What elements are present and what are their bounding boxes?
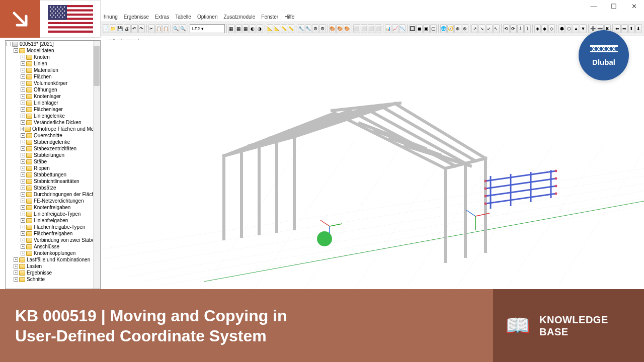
- tree-item[interactable]: −Modelldaten: [6, 47, 100, 54]
- tree-item[interactable]: +Knotenfreigaben: [6, 204, 100, 211]
- tree-item[interactable]: +Lastfälle und Kombinationen: [6, 256, 100, 263]
- tree-item[interactable]: +Flächen: [6, 73, 100, 80]
- tree-item[interactable]: +Knotenkopplungen: [6, 250, 100, 256]
- toolbar-button[interactable]: ⬢: [558, 24, 565, 33]
- toolbar-button[interactable]: ▲: [573, 24, 579, 33]
- tree-item[interactable]: +Flächenfreigabe-Typen: [6, 224, 100, 230]
- toolbar-button[interactable]: 📈: [392, 24, 398, 33]
- tree-item[interactable]: +Orthotrope Flächen und Membran: [6, 126, 100, 132]
- tree-item[interactable]: +Linienlager: [6, 100, 100, 106]
- toolbar-button[interactable]: 🌐: [440, 24, 447, 33]
- toolbar-button[interactable]: ↷: [138, 24, 145, 33]
- toolbar-button[interactable]: 📋: [163, 24, 169, 33]
- toolbar-button[interactable]: ⬡: [566, 24, 572, 33]
- toolbar-button[interactable]: ⚙: [319, 24, 326, 33]
- toolbar-button[interactable]: ↗: [471, 24, 478, 33]
- toolbar-button[interactable]: 📏: [288, 24, 294, 33]
- toolbar-button[interactable]: 📄: [103, 24, 109, 33]
- toolbar-button[interactable]: ↙: [486, 24, 493, 33]
- toolbar-button[interactable]: ▼: [580, 24, 586, 33]
- minimize-button[interactable]: —: [584, 0, 604, 12]
- tree-scrollbar[interactable]: [93, 41, 100, 289]
- toolbar-button[interactable]: ▦: [235, 24, 242, 33]
- toolbar-button[interactable]: ➡: [621, 24, 628, 33]
- toolbar-button[interactable]: 📏: [281, 24, 287, 33]
- menu-item[interactable]: Zusatzmodule: [223, 14, 255, 20]
- tree-item[interactable]: +Schnitte: [6, 276, 100, 283]
- toolbar-button[interactable]: 💾: [117, 24, 123, 33]
- toolbar-button[interactable]: ◑: [257, 24, 263, 33]
- toolbar-button[interactable]: ✂: [148, 24, 155, 33]
- toolbar-button[interactable]: ⬇: [635, 24, 642, 33]
- toolbar-button[interactable]: ▦: [228, 24, 234, 33]
- tree-item[interactable]: +Ergebnisse: [6, 269, 100, 276]
- tree-item[interactable]: +Durchdringungen der Flächen: [6, 191, 100, 198]
- tree-item[interactable]: +Querschnitte: [6, 132, 100, 139]
- maximize-button[interactable]: ☐: [604, 0, 624, 12]
- tree-item[interactable]: +Linienfreigaben: [6, 217, 100, 224]
- menu-item[interactable]: Optionen: [197, 14, 218, 20]
- toolbar-button[interactable]: ◼: [416, 24, 423, 33]
- tree-item[interactable]: +Liniengelenke: [6, 113, 100, 119]
- menu-item[interactable]: Fenster: [261, 14, 278, 20]
- toolbar-button[interactable]: 🖨: [124, 24, 130, 33]
- toolbar-button[interactable]: ◇: [548, 24, 555, 33]
- menu-item[interactable]: Extras: [155, 14, 169, 20]
- tree-item[interactable]: +Stabnichtlinearitäten: [6, 178, 100, 185]
- tree-item[interactable]: +Linienfreigabe-Typen: [6, 211, 100, 217]
- toolbar-button[interactable]: ↘: [478, 24, 485, 33]
- scrollbar-thumb[interactable]: [94, 46, 100, 86]
- tree-item[interactable]: +Stabbettungen: [6, 171, 100, 178]
- loadcase-dropdown[interactable]: LF2 ▾: [190, 24, 225, 33]
- toolbar-button[interactable]: 🔲: [409, 24, 416, 33]
- toolbar-button[interactable]: ◐: [250, 24, 256, 33]
- toolbar-button[interactable]: 📐: [274, 24, 280, 33]
- tree-item[interactable]: +Anschlüsse: [6, 243, 100, 250]
- 3d-viewport[interactable]: [103, 40, 644, 289]
- toolbar-button[interactable]: ⬆: [628, 24, 635, 33]
- tree-item[interactable]: +Rippen: [6, 165, 100, 171]
- toolbar-button[interactable]: ◈: [534, 24, 541, 33]
- toolbar-button[interactable]: 🧭: [447, 24, 454, 33]
- toolbar-button[interactable]: ↶: [131, 24, 138, 33]
- tree-item[interactable]: +Knotenlager: [6, 93, 100, 100]
- navigator-tree[interactable]: −000519* [2021]−Modelldaten+Knoten+Linie…: [5, 40, 101, 289]
- toolbar-button[interactable]: ⬜: [375, 24, 381, 33]
- tree-item[interactable]: +Verbindung von zwei Stäben: [6, 237, 100, 243]
- toolbar-button[interactable]: 📐: [267, 24, 273, 33]
- tree-item[interactable]: +Stabteilungen: [6, 152, 100, 158]
- toolbar-button[interactable]: ⬅: [614, 24, 620, 33]
- toolbar-button[interactable]: ⊕: [454, 24, 461, 33]
- toolbar-button[interactable]: ⬜: [368, 24, 374, 33]
- tree-item[interactable]: +Materialien: [6, 67, 100, 73]
- toolbar-button[interactable]: ⚙: [312, 24, 318, 33]
- tree-item[interactable]: +Flächenlager: [6, 106, 100, 113]
- tree-item[interactable]: +Linien: [6, 60, 100, 67]
- tree-item[interactable]: +Volumenkörper: [6, 80, 100, 86]
- toolbar-button[interactable]: ▢: [430, 24, 437, 33]
- tree-item[interactable]: +Lasten: [6, 263, 100, 269]
- toolbar-button[interactable]: ▦: [243, 24, 249, 33]
- toolbar-button[interactable]: 🎨: [336, 24, 343, 33]
- menu-item[interactable]: Hilfe: [284, 14, 294, 20]
- toolbar-button[interactable]: 📋: [155, 24, 162, 33]
- toolbar-button[interactable]: 🎨: [329, 24, 336, 33]
- tree-item[interactable]: +Stäbe: [6, 158, 100, 165]
- tree-item[interactable]: +Öffnungen: [6, 86, 100, 93]
- tree-item[interactable]: −000519* [2021]: [6, 41, 100, 47]
- tree-item[interactable]: +Stabexzentrizitäten: [6, 145, 100, 152]
- menu-item[interactable]: Tabelle: [175, 14, 191, 20]
- toolbar-button[interactable]: 🔧: [298, 24, 304, 33]
- toolbar-button[interactable]: ▣: [423, 24, 430, 33]
- toolbar-button[interactable]: ⤵: [524, 24, 531, 33]
- toolbar-button[interactable]: 🎨: [344, 24, 350, 33]
- menu-item[interactable]: Ergebnisse: [124, 14, 149, 20]
- toolbar-button[interactable]: 📊: [385, 24, 391, 33]
- toolbar-button[interactable]: 🔍: [180, 24, 186, 33]
- tree-item[interactable]: +Veränderliche Dicken: [6, 119, 100, 126]
- tree-item[interactable]: +Stabendgelenke: [6, 139, 100, 145]
- tree-item[interactable]: +Knoten: [6, 54, 100, 60]
- toolbar-button[interactable]: 🔧: [305, 24, 311, 33]
- toolbar-button[interactable]: ⟲: [503, 24, 510, 33]
- toolbar-button[interactable]: ⬜: [361, 24, 367, 33]
